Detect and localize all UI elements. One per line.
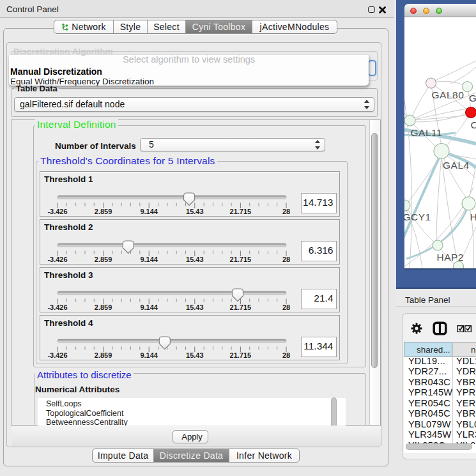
svg-text:15.43: 15.43 bbox=[186, 303, 204, 311]
svg-text:28: 28 bbox=[282, 256, 290, 263]
svg-text:21.715: 21.715 bbox=[230, 303, 252, 311]
svg-text:C: C bbox=[471, 119, 476, 130]
svg-text:21.715: 21.715 bbox=[230, 256, 252, 263]
svg-text:GAL80: GAL80 bbox=[432, 89, 464, 100]
svg-text:9.144: 9.144 bbox=[140, 351, 158, 359]
svg-text:GA: GA bbox=[469, 93, 476, 104]
svg-text:GCY1: GCY1 bbox=[404, 211, 431, 222]
svg-text:28: 28 bbox=[282, 208, 290, 215]
svg-text:28: 28 bbox=[282, 303, 290, 311]
svg-text:28: 28 bbox=[282, 351, 290, 359]
svg-text:21.715: 21.715 bbox=[230, 351, 252, 359]
svg-text:15.43: 15.43 bbox=[186, 256, 204, 263]
svg-text:15.43: 15.43 bbox=[186, 208, 204, 215]
svg-text:GAL11: GAL11 bbox=[411, 127, 443, 138]
svg-text:9.144: 9.144 bbox=[140, 303, 158, 311]
svg-text:15.43: 15.43 bbox=[186, 351, 204, 359]
svg-text:-3.426: -3.426 bbox=[47, 303, 67, 311]
svg-text:9.144: 9.144 bbox=[140, 256, 158, 263]
svg-text:H: H bbox=[470, 211, 476, 222]
svg-text:HAP2: HAP2 bbox=[437, 252, 464, 263]
svg-text:2.859: 2.859 bbox=[95, 303, 112, 311]
svg-text:2.859: 2.859 bbox=[95, 351, 112, 359]
svg-text:-3.426: -3.426 bbox=[47, 351, 67, 359]
svg-text:2.859: 2.859 bbox=[95, 256, 112, 263]
svg-text:21.715: 21.715 bbox=[230, 208, 252, 215]
svg-text:9.144: 9.144 bbox=[140, 208, 158, 215]
svg-text:GAL4: GAL4 bbox=[443, 160, 470, 171]
svg-text:2.859: 2.859 bbox=[95, 208, 112, 215]
svg-text:-3.426: -3.426 bbox=[47, 208, 67, 215]
svg-text:-3.426: -3.426 bbox=[47, 256, 67, 263]
